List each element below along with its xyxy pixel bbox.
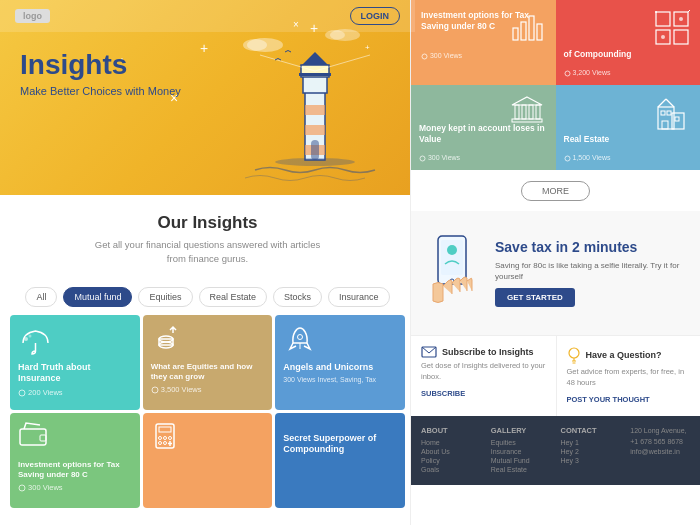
get-started-button[interactable]: GET STARTED bbox=[495, 288, 575, 307]
svg-rect-8 bbox=[305, 125, 325, 135]
filter-tab-realestate[interactable]: Real Estate bbox=[199, 287, 268, 307]
footer-gallery: GALLERY Equities Insurance Mutual Fund R… bbox=[491, 426, 551, 475]
section-description: Get all your financial questions answere… bbox=[20, 238, 395, 267]
svg-rect-41 bbox=[513, 28, 518, 40]
svg-rect-28 bbox=[20, 429, 46, 445]
svg-point-60 bbox=[420, 156, 425, 161]
svg-point-21 bbox=[19, 390, 25, 396]
chart-icon bbox=[508, 8, 548, 48]
svg-point-35 bbox=[168, 436, 171, 439]
footer-address-col: 120 Long Avenue,+1 678 565 8678info@webs… bbox=[630, 426, 690, 475]
question-description: Get advice from experts, for free, in 48… bbox=[567, 367, 691, 388]
svg-rect-55 bbox=[515, 105, 519, 119]
svg-rect-44 bbox=[537, 24, 542, 40]
svg-rect-48 bbox=[674, 30, 688, 44]
svg-point-25 bbox=[152, 387, 158, 393]
hero-subtitle: Make Better Choices with Money bbox=[20, 85, 181, 97]
svg-point-33 bbox=[158, 436, 161, 439]
svg-point-36 bbox=[158, 441, 161, 444]
hero-title: Insights bbox=[20, 50, 181, 81]
lighthouse-illustration: × + bbox=[235, 10, 395, 190]
svg-marker-54 bbox=[512, 97, 542, 105]
footer-link[interactable]: Hey 2 bbox=[561, 448, 621, 455]
filter-tab-all[interactable]: All bbox=[25, 287, 57, 307]
footer-link[interactable]: Insurance bbox=[491, 448, 551, 455]
footer-link[interactable]: Equities bbox=[491, 439, 551, 446]
svg-rect-67 bbox=[675, 117, 679, 121]
right-card-compounding[interactable]: of Compounding 3,200 Views bbox=[556, 0, 701, 85]
footer-contact: CONTACT Hey 1 Hey 2 Hey 3 bbox=[561, 426, 621, 475]
svg-point-75 bbox=[569, 348, 579, 358]
svg-rect-65 bbox=[661, 111, 665, 115]
subscribe-link[interactable]: SUBSCRIBE bbox=[421, 389, 465, 398]
svg-point-26 bbox=[298, 334, 303, 339]
card-calculator[interactable] bbox=[143, 413, 273, 508]
card-investment[interactable]: Investment options for Tax Saving under … bbox=[10, 413, 140, 508]
footer-about-heading: ABOUT bbox=[421, 426, 481, 435]
filter-tabs: All Mutual fund Equities Real Estate Sto… bbox=[0, 287, 415, 307]
bulb-icon bbox=[567, 346, 581, 364]
login-button[interactable]: LOGIN bbox=[350, 7, 401, 25]
card-views: 3,500 Views bbox=[151, 385, 265, 394]
phone-illustration bbox=[423, 226, 483, 320]
hero-text: Insights Make Better Choices with Money bbox=[20, 50, 181, 97]
filter-tab-mutual[interactable]: Mutual fund bbox=[63, 287, 132, 307]
filter-tab-insurance[interactable]: Insurance bbox=[328, 287, 390, 307]
card-angels[interactable]: Angels and Unicorns 300 Views Invest, Sa… bbox=[275, 315, 405, 410]
svg-rect-58 bbox=[536, 105, 540, 119]
card-equities[interactable]: What are Equities and how they can grow … bbox=[143, 315, 273, 410]
card-insurance[interactable]: Hard Truth about Insurance 200 Views bbox=[10, 315, 140, 410]
footer-link[interactable]: Real Estate bbox=[491, 466, 551, 473]
svg-point-50 bbox=[661, 35, 665, 39]
footer-link[interactable]: Goals bbox=[421, 466, 481, 473]
footer-link[interactable]: About Us bbox=[421, 448, 481, 455]
right-card-realestate[interactable]: Real Estate 1,500 Views bbox=[556, 85, 701, 170]
footer-link[interactable]: Policy bbox=[421, 457, 481, 464]
footer-link[interactable]: Mutual Fund bbox=[491, 457, 551, 464]
svg-point-69 bbox=[565, 156, 570, 161]
nav-bar: logo LOGIN bbox=[0, 0, 415, 32]
subscribe-section: Subscribe to Insights Get dose of Insigh… bbox=[411, 336, 556, 416]
svg-point-19 bbox=[24, 337, 28, 341]
subscribe-description: Get dose of Insights delivered to your i… bbox=[421, 361, 546, 382]
svg-point-20 bbox=[29, 334, 32, 337]
card-title: Angels and Unicorns bbox=[283, 362, 397, 374]
footer-about: ABOUT Home About Us Policy Goals bbox=[421, 426, 481, 475]
svg-rect-29 bbox=[40, 435, 46, 441]
right-card-views: 3,200 Views bbox=[564, 69, 611, 77]
subscribe-heading: Subscribe to Insights bbox=[442, 347, 534, 357]
card-title: Investment options for Tax Saving under … bbox=[18, 460, 132, 481]
filter-tab-equities[interactable]: Equities bbox=[138, 287, 192, 307]
svg-point-34 bbox=[163, 436, 166, 439]
svg-line-51 bbox=[688, 10, 690, 12]
right-card-investment[interactable]: Investment options for Tax Saving under … bbox=[411, 0, 556, 85]
hero-section: logo LOGIN + × · + Insights Make Better … bbox=[0, 0, 415, 195]
left-panel: logo LOGIN + × · + Insights Make Better … bbox=[0, 0, 415, 525]
card-superpower[interactable]: Secret Superpower of Compounding bbox=[275, 413, 405, 508]
right-card-title: Real Estate bbox=[564, 134, 610, 145]
right-card-money[interactable]: Money kept in account loses in Value 300… bbox=[411, 85, 556, 170]
filter-tab-stocks[interactable]: Stocks bbox=[273, 287, 322, 307]
cta-title: Save tax in 2 minutes bbox=[495, 239, 688, 256]
footer-link[interactable]: Hey 3 bbox=[561, 457, 621, 464]
svg-rect-66 bbox=[667, 111, 671, 115]
right-card-views: 300 Views bbox=[419, 154, 460, 162]
cta-section: Save tax in 2 minutes Saving for 80c is … bbox=[411, 211, 700, 335]
svg-rect-16 bbox=[311, 140, 319, 160]
star-decoration: + bbox=[200, 40, 208, 56]
footer-link[interactable]: Hey 1 bbox=[561, 439, 621, 446]
svg-rect-42 bbox=[521, 22, 526, 40]
svg-point-17 bbox=[275, 158, 355, 166]
question-link[interactable]: POST YOUR THOUGHT bbox=[567, 395, 650, 404]
svg-rect-68 bbox=[662, 121, 668, 129]
svg-rect-32 bbox=[159, 427, 171, 432]
footer-link[interactable]: Home bbox=[421, 439, 481, 446]
question-section: Have a Question? Get advice from experts… bbox=[556, 336, 701, 416]
footer-address: 120 Long Avenue,+1 678 565 8678info@webs… bbox=[630, 426, 690, 458]
grid-icon bbox=[652, 8, 692, 48]
footer-gallery-heading: GALLERY bbox=[491, 426, 551, 435]
more-section: MORE bbox=[411, 170, 700, 211]
more-button[interactable]: MORE bbox=[521, 181, 590, 201]
cards-grid-row2: Investment options for Tax Saving under … bbox=[0, 410, 415, 508]
svg-rect-56 bbox=[522, 105, 526, 119]
